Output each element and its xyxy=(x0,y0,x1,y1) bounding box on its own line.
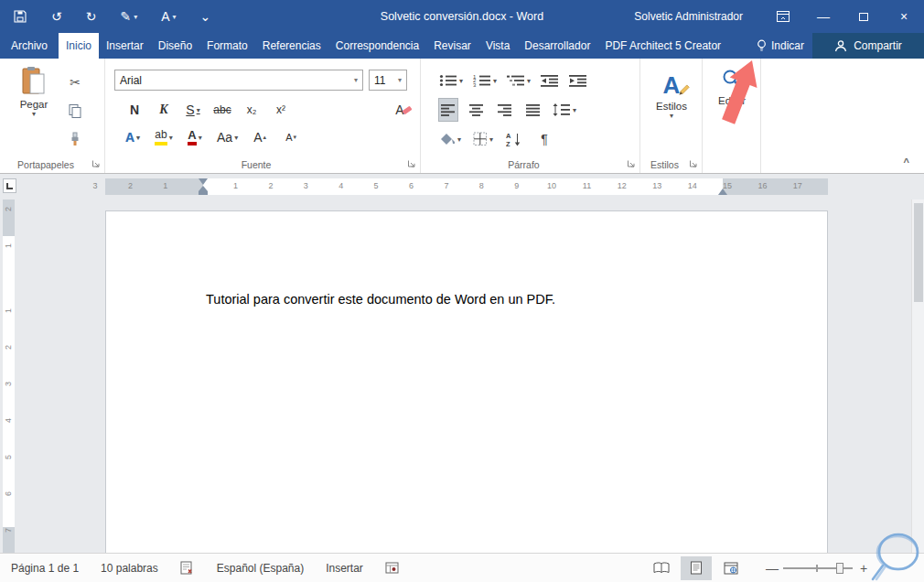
highlight-color-button[interactable]: ab xyxy=(155,126,173,148)
web-layout-button[interactable] xyxy=(715,556,747,580)
undo-button[interactable]: ↺ xyxy=(51,9,62,24)
superscript-button[interactable]: x² xyxy=(272,99,290,121)
numbering-button[interactable]: 123 xyxy=(473,70,497,92)
increase-indent-button[interactable] xyxy=(569,70,587,92)
tab-formato[interactable]: Formato xyxy=(199,33,255,59)
paste-button[interactable]: Pegar ▾ xyxy=(7,66,60,118)
zoom-slider-notch xyxy=(816,565,818,572)
print-layout-button[interactable] xyxy=(681,556,712,580)
proofing-status-button[interactable] xyxy=(180,561,195,575)
font-size-combo[interactable]: 11 ▾ xyxy=(369,70,407,91)
align-center-button[interactable] xyxy=(467,99,486,121)
account-name[interactable]: Solvetic Administrador xyxy=(634,10,743,23)
sort-icon: AZ xyxy=(506,132,522,146)
tab-desarrollador[interactable]: Desarrollador xyxy=(517,33,597,59)
underline-button[interactable]: S xyxy=(184,99,202,121)
tell-me-button[interactable]: Indicar xyxy=(748,33,812,59)
tab-archivo[interactable]: Archivo xyxy=(0,33,59,59)
redo-button[interactable]: ↻ xyxy=(86,9,97,24)
tab-referencias[interactable]: Referencias xyxy=(255,33,328,59)
font-tools-button[interactable]: A xyxy=(161,9,176,24)
read-mode-button[interactable] xyxy=(646,556,677,580)
tab-vista[interactable]: Vista xyxy=(478,33,517,59)
tab-inicio[interactable]: Inicio xyxy=(59,33,99,59)
line-spacing-button[interactable] xyxy=(553,99,576,121)
quick-access-toolbar: ↺ ↻ ✎ A ⌄ xyxy=(0,9,210,24)
format-painter-button[interactable] xyxy=(66,130,84,148)
font-name-combo[interactable]: Arial ▾ xyxy=(114,70,363,91)
paragraph-dialog-launcher[interactable] xyxy=(626,158,637,169)
language-indicator[interactable]: Español (España) xyxy=(217,562,304,575)
web-layout-icon xyxy=(724,562,738,575)
bullets-button[interactable] xyxy=(439,70,463,92)
italic-button[interactable]: K xyxy=(155,99,173,121)
tab-pdf-architect-5-creator[interactable]: PDF Architect 5 Creator xyxy=(597,33,728,59)
justify-button[interactable] xyxy=(524,99,543,121)
horizontal-ruler: 3211234567891011121314151617 xyxy=(0,174,924,199)
font-dialog-launcher[interactable] xyxy=(406,158,417,169)
minimize-button[interactable]: — xyxy=(803,0,843,33)
shrink-font-button[interactable]: A▾ xyxy=(282,126,300,148)
strikethrough-button[interactable]: abc xyxy=(213,99,231,121)
borders-button[interactable] xyxy=(473,128,493,150)
document-page[interactable]: Tutorial para convertir este documento d… xyxy=(105,210,828,553)
maximize-button[interactable] xyxy=(843,0,884,33)
text-effects-button[interactable]: A xyxy=(124,126,142,148)
tab-revisar[interactable]: Revisar xyxy=(426,33,478,59)
subscript-button[interactable]: x₂ xyxy=(242,99,261,121)
change-case-button[interactable]: Aa xyxy=(217,126,238,148)
grow-font-button[interactable]: A▴ xyxy=(251,126,269,148)
vertical-scrollbar[interactable] xyxy=(911,199,924,553)
macro-record-button[interactable] xyxy=(385,562,399,574)
right-indent-marker[interactable] xyxy=(718,189,727,195)
bold-button[interactable]: N xyxy=(125,99,144,121)
paragraph-row-3: AZ ¶ xyxy=(439,128,553,150)
copy-button[interactable] xyxy=(66,102,84,120)
close-button[interactable]: × xyxy=(884,0,924,33)
customize-qat-button[interactable]: ⌄ xyxy=(200,9,211,24)
clear-formatting-button[interactable]: A xyxy=(394,99,413,121)
ruler-number: 13 xyxy=(651,182,662,190)
decrease-indent-button[interactable] xyxy=(541,70,559,92)
pen-mode-button[interactable]: ✎ xyxy=(120,9,137,24)
font-row-3: A ab A Aa A▴ A▾ xyxy=(124,126,300,148)
tab-correspondencia[interactable]: Correspondencia xyxy=(328,33,426,59)
page-indicator[interactable]: Página 1 de 1 xyxy=(11,562,79,575)
ruler-number: 4 xyxy=(336,182,347,190)
insert-mode-indicator[interactable]: Insertar xyxy=(326,562,363,575)
ruler-number: 1 xyxy=(231,182,242,190)
align-left-button[interactable] xyxy=(439,99,457,121)
copy-icon xyxy=(68,103,82,118)
tab-insertar[interactable]: Insertar xyxy=(99,33,151,59)
left-indent-marker[interactable] xyxy=(199,186,208,195)
save-button[interactable] xyxy=(13,9,27,24)
multilevel-list-button[interactable] xyxy=(507,70,531,92)
tab-diseno[interactable]: Diseño xyxy=(151,33,199,59)
scrollbar-thumb[interactable] xyxy=(914,203,923,302)
cut-button[interactable]: ✂ xyxy=(66,73,84,92)
edit-button[interactable]: Editar ▾ xyxy=(706,68,757,114)
styles-dialog-launcher[interactable] xyxy=(688,158,699,169)
pilcrow-button[interactable]: ¶ xyxy=(535,128,553,150)
sort-button[interactable]: AZ xyxy=(505,128,523,150)
share-button[interactable]: Compartir xyxy=(812,33,924,59)
zoom-slider-thumb[interactable] xyxy=(836,563,843,574)
word-count[interactable]: 10 palabras xyxy=(101,562,158,575)
document-text[interactable]: Tutorial para convertir este documento d… xyxy=(106,211,827,307)
align-left-icon xyxy=(441,104,456,116)
zoom-out-button[interactable]: — xyxy=(765,561,779,576)
collapse-ribbon-button[interactable]: ^ xyxy=(904,156,909,167)
ribbon-display-options-button[interactable] xyxy=(763,0,803,33)
ruler-number: 14 xyxy=(687,182,698,190)
clipboard-dialog-launcher[interactable] xyxy=(91,158,102,169)
align-right-button[interactable] xyxy=(496,99,514,121)
styles-button[interactable]: A Estilos ▾ xyxy=(646,66,697,120)
vertical-ruler-numbers: 211234567 xyxy=(0,205,16,534)
first-line-indent-marker[interactable] xyxy=(199,178,208,185)
zoom-slider[interactable] xyxy=(783,562,853,575)
font-color-button[interactable]: A xyxy=(186,126,204,148)
tab-stop-selector[interactable] xyxy=(3,178,16,193)
shading-button[interactable] xyxy=(439,128,461,150)
format-painter-icon xyxy=(68,132,82,146)
shrink-font-letter: A xyxy=(285,132,292,143)
